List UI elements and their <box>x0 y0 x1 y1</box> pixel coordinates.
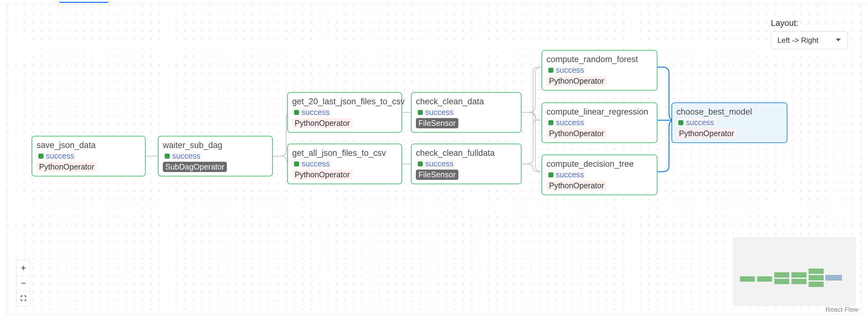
operator-badge: PythonOperator <box>677 128 737 139</box>
chevron-down-icon <box>836 36 841 45</box>
fit-view-button[interactable] <box>17 291 30 306</box>
operator-badge: FileSensor <box>416 118 458 128</box>
zoom-in-button[interactable]: + <box>17 260 30 276</box>
zoom-controls: + − <box>17 260 30 306</box>
node-title: compute_decision_tree <box>547 159 652 169</box>
node-title: get_20_last_json_files_to_csv <box>292 96 397 106</box>
operator-badge: PythonOperator <box>36 162 97 172</box>
layout-select-value: Left -> Right <box>777 36 818 45</box>
operator-badge: PythonOperator <box>292 118 352 128</box>
operator-badge: PythonOperator <box>547 128 607 139</box>
attribution-label: React Flow <box>826 306 858 313</box>
layout-label: Layout: <box>771 19 848 28</box>
status-dot-icon <box>418 110 423 115</box>
zoom-out-button[interactable]: − <box>17 276 30 291</box>
operator-badge: PythonOperator <box>292 169 352 180</box>
node-check-clean-data[interactable]: check_clean_data success FileSensor <box>411 92 522 133</box>
operator-badge: PythonOperator <box>547 76 607 86</box>
node-get-20-last-json-files-to-csv[interactable]: get_20_last_json_files_to_csv success Py… <box>287 92 402 133</box>
node-title: waiter_sub_dag <box>163 140 268 150</box>
status-dot-icon <box>38 154 43 159</box>
node-status: success <box>292 159 332 168</box>
graph-canvas[interactable]: Layout: Left -> Right <box>6 4 862 315</box>
status-dot-icon <box>678 120 683 125</box>
node-status: success <box>547 66 586 75</box>
fullscreen-icon <box>20 293 27 303</box>
status-dot-icon <box>548 120 553 125</box>
node-compute-linear-regression[interactable]: compute_linear_regression success Python… <box>541 102 657 143</box>
node-waiter-sub-dag[interactable]: waiter_sub_dag success SubDagOperator <box>158 136 273 176</box>
status-dot-icon <box>165 154 170 159</box>
operator-badge: FileSensor <box>416 169 458 180</box>
node-status: success <box>416 159 455 168</box>
node-status: success <box>416 108 455 117</box>
node-title: compute_linear_regression <box>547 107 652 117</box>
status-dot-icon <box>294 161 299 166</box>
plus-icon: + <box>21 263 26 273</box>
node-title: compute_random_forest <box>547 54 652 64</box>
node-choose-best-model[interactable]: choose_best_model success PythonOperator <box>672 102 787 143</box>
node-title: check_clean_fulldata <box>416 148 517 158</box>
node-compute-random-forest[interactable]: compute_random_forest success PythonOper… <box>541 50 657 91</box>
operator-badge: PythonOperator <box>547 181 607 191</box>
minus-icon: − <box>21 278 26 288</box>
minimap[interactable] <box>733 237 856 306</box>
node-title: save_json_data <box>36 140 141 150</box>
node-status: success <box>163 152 202 160</box>
layout-select[interactable]: Left -> Right <box>771 31 848 49</box>
node-title: get_all_json_files_to_csv <box>292 148 397 158</box>
layout-picker: Layout: Left -> Right <box>771 19 848 49</box>
node-status: success <box>677 118 716 127</box>
node-get-all-json-files-to-csv[interactable]: get_all_json_files_to_csv success Python… <box>287 143 402 184</box>
node-title: choose_best_model <box>677 107 782 117</box>
node-check-clean-fulldata[interactable]: check_clean_fulldata success FileSensor <box>411 143 522 184</box>
status-dot-icon <box>294 110 299 115</box>
node-save-json-data[interactable]: save_json_data success PythonOperator <box>32 136 146 176</box>
node-title: check_clean_data <box>416 96 517 106</box>
app-shell: Layout: Left -> Right <box>0 0 868 321</box>
node-status: success <box>547 170 586 179</box>
node-status: success <box>292 108 332 117</box>
tabstrip <box>0 0 868 3</box>
status-dot-icon <box>418 161 423 166</box>
node-compute-decision-tree[interactable]: compute_decision_tree success PythonOper… <box>541 155 657 195</box>
status-dot-icon <box>548 172 553 178</box>
status-dot-icon <box>548 68 553 73</box>
operator-badge: SubDagOperator <box>163 162 227 172</box>
node-status: success <box>36 152 76 160</box>
node-status: success <box>547 118 586 127</box>
active-tab-indicator <box>59 2 108 3</box>
